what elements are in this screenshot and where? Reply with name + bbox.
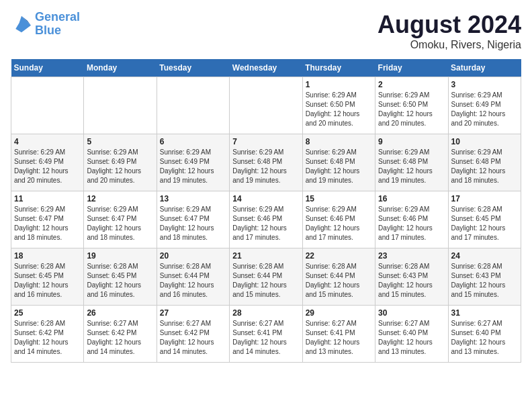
day-number: 17 — [451, 194, 518, 203]
day-info: Sunrise: 6:29 AM Sunset: 6:47 PM Dayligh… — [87, 205, 153, 242]
calendar-cell: 13Sunrise: 6:29 AM Sunset: 6:47 PM Dayli… — [157, 191, 229, 248]
day-number: 21 — [232, 251, 299, 261]
calendar-cell: 22Sunrise: 6:28 AM Sunset: 6:44 PM Dayli… — [302, 248, 375, 306]
day-number: 13 — [160, 194, 226, 203]
day-info: Sunrise: 6:28 AM Sunset: 6:42 PM Dayligh… — [14, 319, 81, 357]
calendar-cell: 26Sunrise: 6:27 AM Sunset: 6:42 PM Dayli… — [84, 306, 157, 363]
day-info: Sunrise: 6:28 AM Sunset: 6:43 PM Dayligh… — [451, 262, 518, 300]
calendar-cell — [84, 77, 157, 134]
day-number: 29 — [306, 308, 372, 318]
calendar-week-row: 11Sunrise: 6:29 AM Sunset: 6:47 PM Dayli… — [11, 191, 521, 248]
day-of-week-header: Tuesday — [157, 59, 229, 77]
day-info: Sunrise: 6:29 AM Sunset: 6:48 PM Dayligh… — [451, 148, 518, 185]
calendar-week-row: 4Sunrise: 6:29 AM Sunset: 6:49 PM Daylig… — [11, 134, 521, 191]
calendar-cell: 21Sunrise: 6:28 AM Sunset: 6:44 PM Dayli… — [230, 248, 302, 306]
calendar-title: August 2024 — [378, 11, 521, 39]
calendar-cell: 17Sunrise: 6:28 AM Sunset: 6:45 PM Dayli… — [448, 191, 521, 248]
day-number: 30 — [378, 308, 445, 318]
day-info: Sunrise: 6:29 AM Sunset: 6:48 PM Dayligh… — [306, 148, 372, 185]
day-number: 31 — [451, 308, 518, 318]
calendar-body: 1Sunrise: 6:29 AM Sunset: 6:50 PM Daylig… — [11, 77, 521, 363]
day-info: Sunrise: 6:29 AM Sunset: 6:48 PM Dayligh… — [378, 148, 445, 185]
day-of-week-header: Sunday — [11, 59, 84, 77]
day-info: Sunrise: 6:28 AM Sunset: 6:45 PM Dayligh… — [14, 262, 81, 300]
logo-general: General — [35, 10, 80, 24]
day-info: Sunrise: 6:28 AM Sunset: 6:44 PM Dayligh… — [232, 262, 299, 300]
calendar-cell: 14Sunrise: 6:29 AM Sunset: 6:46 PM Dayli… — [230, 191, 302, 248]
day-number: 4 — [14, 137, 81, 146]
day-number: 10 — [451, 137, 518, 146]
calendar-week-row: 25Sunrise: 6:28 AM Sunset: 6:42 PM Dayli… — [11, 306, 521, 363]
calendar-cell: 7Sunrise: 6:29 AM Sunset: 6:48 PM Daylig… — [230, 134, 302, 191]
day-info: Sunrise: 6:28 AM Sunset: 6:44 PM Dayligh… — [306, 262, 372, 300]
day-number: 12 — [87, 194, 153, 203]
calendar-cell: 18Sunrise: 6:28 AM Sunset: 6:45 PM Dayli… — [11, 248, 84, 306]
day-info: Sunrise: 6:27 AM Sunset: 6:42 PM Dayligh… — [160, 319, 226, 357]
day-number: 18 — [14, 251, 81, 261]
day-info: Sunrise: 6:29 AM Sunset: 6:47 PM Dayligh… — [14, 205, 81, 242]
calendar-cell: 4Sunrise: 6:29 AM Sunset: 6:49 PM Daylig… — [11, 134, 84, 191]
day-info: Sunrise: 6:29 AM Sunset: 6:49 PM Dayligh… — [87, 148, 153, 185]
day-info: Sunrise: 6:28 AM Sunset: 6:45 PM Dayligh… — [451, 205, 518, 242]
day-of-week-header: Wednesday — [230, 59, 302, 77]
day-info: Sunrise: 6:27 AM Sunset: 6:40 PM Dayligh… — [378, 319, 445, 357]
calendar-week-row: 1Sunrise: 6:29 AM Sunset: 6:50 PM Daylig… — [11, 77, 521, 134]
calendar-cell: 15Sunrise: 6:29 AM Sunset: 6:46 PM Dayli… — [302, 191, 375, 248]
day-info: Sunrise: 6:29 AM Sunset: 6:48 PM Dayligh… — [232, 148, 299, 185]
title-block: August 2024 Omoku, Rivers, Nigeria — [378, 11, 521, 51]
day-number: 3 — [451, 80, 518, 89]
day-info: Sunrise: 6:28 AM Sunset: 6:44 PM Dayligh… — [160, 262, 226, 300]
header-row: SundayMondayTuesdayWednesdayThursdayFrid… — [11, 59, 521, 77]
day-number: 1 — [306, 80, 372, 89]
day-info: Sunrise: 6:27 AM Sunset: 6:41 PM Dayligh… — [232, 319, 299, 357]
calendar-cell: 10Sunrise: 6:29 AM Sunset: 6:48 PM Dayli… — [448, 134, 521, 191]
day-number: 8 — [306, 137, 372, 146]
calendar-table: SundayMondayTuesdayWednesdayThursdayFrid… — [11, 59, 521, 363]
day-number: 5 — [87, 137, 153, 146]
calendar-cell: 1Sunrise: 6:29 AM Sunset: 6:50 PM Daylig… — [302, 77, 375, 134]
day-number: 14 — [232, 194, 299, 203]
calendar-cell: 28Sunrise: 6:27 AM Sunset: 6:41 PM Dayli… — [230, 306, 302, 363]
svg-marker-0 — [15, 16, 31, 33]
day-of-week-header: Saturday — [448, 59, 521, 77]
day-info: Sunrise: 6:27 AM Sunset: 6:41 PM Dayligh… — [306, 319, 372, 357]
calendar-cell: 16Sunrise: 6:29 AM Sunset: 6:46 PM Dayli… — [375, 191, 448, 248]
day-number: 19 — [87, 251, 153, 261]
day-info: Sunrise: 6:28 AM Sunset: 6:43 PM Dayligh… — [378, 262, 445, 300]
day-number: 23 — [378, 251, 445, 261]
day-info: Sunrise: 6:29 AM Sunset: 6:50 PM Dayligh… — [378, 91, 445, 128]
day-number: 22 — [306, 251, 372, 261]
day-number: 20 — [160, 251, 226, 261]
day-info: Sunrise: 6:29 AM Sunset: 6:50 PM Dayligh… — [306, 91, 372, 128]
day-info: Sunrise: 6:29 AM Sunset: 6:46 PM Dayligh… — [378, 205, 445, 242]
page-header: General Blue August 2024 Omoku, Rivers, … — [11, 11, 521, 51]
day-info: Sunrise: 6:29 AM Sunset: 6:49 PM Dayligh… — [160, 148, 226, 185]
calendar-cell: 29Sunrise: 6:27 AM Sunset: 6:41 PM Dayli… — [302, 306, 375, 363]
calendar-cell: 20Sunrise: 6:28 AM Sunset: 6:44 PM Dayli… — [157, 248, 229, 306]
calendar-cell: 9Sunrise: 6:29 AM Sunset: 6:48 PM Daylig… — [375, 134, 448, 191]
calendar-cell: 30Sunrise: 6:27 AM Sunset: 6:40 PM Dayli… — [375, 306, 448, 363]
calendar-cell: 6Sunrise: 6:29 AM Sunset: 6:49 PM Daylig… — [157, 134, 229, 191]
calendar-cell: 23Sunrise: 6:28 AM Sunset: 6:43 PM Dayli… — [375, 248, 448, 306]
logo-blue: Blue — [35, 24, 61, 37]
day-number: 15 — [306, 194, 372, 203]
calendar-cell — [11, 77, 84, 134]
calendar-cell: 24Sunrise: 6:28 AM Sunset: 6:43 PM Dayli… — [448, 248, 521, 306]
calendar-cell: 8Sunrise: 6:29 AM Sunset: 6:48 PM Daylig… — [302, 134, 375, 191]
calendar-cell: 2Sunrise: 6:29 AM Sunset: 6:50 PM Daylig… — [375, 77, 448, 134]
day-number: 7 — [232, 137, 299, 146]
day-info: Sunrise: 6:27 AM Sunset: 6:42 PM Dayligh… — [87, 319, 153, 357]
day-info: Sunrise: 6:29 AM Sunset: 6:49 PM Dayligh… — [451, 91, 518, 128]
day-number: 2 — [378, 80, 445, 89]
day-of-week-header: Friday — [375, 59, 448, 77]
day-number: 27 — [160, 308, 226, 318]
day-number: 6 — [160, 137, 226, 146]
calendar-cell: 5Sunrise: 6:29 AM Sunset: 6:49 PM Daylig… — [84, 134, 157, 191]
day-number: 16 — [378, 194, 445, 203]
calendar-header: SundayMondayTuesdayWednesdayThursdayFrid… — [11, 59, 521, 77]
calendar-cell — [157, 77, 229, 134]
calendar-cell — [230, 77, 302, 134]
logo: General Blue — [11, 11, 80, 38]
calendar-cell: 11Sunrise: 6:29 AM Sunset: 6:47 PM Dayli… — [11, 191, 84, 248]
day-info: Sunrise: 6:28 AM Sunset: 6:45 PM Dayligh… — [87, 262, 153, 300]
